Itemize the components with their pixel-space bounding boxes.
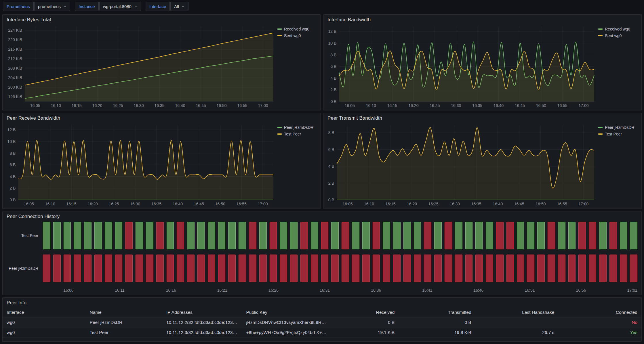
status-bar-connected[interactable]	[630, 222, 637, 249]
status-bar-connected[interactable]	[208, 222, 215, 249]
status-bar-disconnected[interactable]	[156, 255, 164, 282]
status-bar-disconnected[interactable]	[167, 255, 174, 282]
status-bar-disconnected[interactable]	[94, 255, 102, 282]
status-bar-disconnected[interactable]	[228, 255, 236, 282]
col-header-public-key[interactable]: Public Key	[242, 307, 331, 318]
status-bar-connected[interactable]	[290, 222, 298, 249]
status-bar-connected[interactable]	[167, 222, 174, 249]
status-bar-disconnected[interactable]	[239, 255, 246, 282]
status-bar-connected[interactable]	[84, 222, 92, 249]
col-header-interface[interactable]: Interface	[3, 307, 86, 318]
status-bar-disconnected[interactable]	[609, 255, 617, 282]
interface-bandwidth-chart[interactable]: 16:0516:1016:1516:2016:2516:3016:3516:40…	[326, 24, 596, 109]
status-bar-connected[interactable]	[259, 222, 267, 249]
status-bar-disconnected[interactable]	[475, 255, 483, 282]
status-bar-disconnected[interactable]	[465, 255, 473, 282]
status-bar-disconnected[interactable]	[578, 222, 586, 249]
status-bar-connected[interactable]	[43, 222, 50, 249]
status-bar-disconnected[interactable]	[270, 222, 277, 249]
status-bar-connected[interactable]	[568, 222, 576, 249]
legend-item-sent-wg0[interactable]: Sent wg0	[277, 33, 317, 38]
status-bar-disconnected[interactable]	[74, 255, 81, 282]
status-bar-disconnected[interactable]	[105, 255, 112, 282]
status-bar-disconnected[interactable]	[352, 255, 359, 282]
status-bar-disconnected[interactable]	[208, 255, 215, 282]
panel-title[interactable]: Peer Transmit Bandwidth	[323, 113, 641, 122]
status-bar-disconnected[interactable]	[259, 255, 267, 282]
legend-item-peer-jrzmdsdr[interactable]: Peer jRzmDsDR	[277, 125, 317, 130]
status-bar-disconnected[interactable]	[342, 222, 349, 249]
legend-item-peer-jrzmdsdr[interactable]: Peer jRzmDsDR	[598, 125, 638, 130]
status-bar-disconnected[interactable]	[331, 255, 339, 282]
status-bar-disconnected[interactable]	[506, 222, 514, 249]
status-bar-disconnected[interactable]	[383, 255, 390, 282]
status-bar-disconnected[interactable]	[589, 222, 596, 249]
status-bar-disconnected[interactable]	[527, 255, 534, 282]
status-bar-disconnected[interactable]	[548, 255, 555, 282]
status-bar-disconnected[interactable]	[455, 255, 462, 282]
status-bar-disconnected[interactable]	[280, 255, 287, 282]
col-header-connected[interactable]: Connected	[558, 307, 641, 318]
status-bar-disconnected[interactable]	[290, 255, 298, 282]
status-bar-connected[interactable]	[455, 222, 462, 249]
status-bar-connected[interactable]	[197, 222, 205, 249]
status-bar-connected[interactable]	[486, 222, 493, 249]
status-bar-disconnected[interactable]	[300, 255, 308, 282]
status-bar-disconnected[interactable]	[558, 255, 565, 282]
status-bar-disconnected[interactable]	[187, 255, 195, 282]
status-bar-disconnected[interactable]	[342, 255, 349, 282]
status-bar-connected[interactable]	[465, 222, 473, 249]
status-bar-disconnected[interactable]	[393, 255, 401, 282]
interface-bytes-total-chart[interactable]: 16:0516:1016:1516:2016:2516:3016:3516:40…	[5, 24, 275, 109]
status-bar-disconnected[interactable]	[424, 222, 431, 249]
status-bar-disconnected[interactable]	[373, 255, 380, 282]
col-header-ip-addresses[interactable]: IP Addresses	[162, 307, 242, 318]
status-bar-disconnected[interactable]	[599, 255, 607, 282]
status-bar-disconnected[interactable]	[506, 255, 514, 282]
panel-title[interactable]: Peer Connection History	[3, 211, 641, 221]
variable-select-prometheus[interactable]: prometheus ⌄	[34, 2, 70, 11]
legend-item-received-wg0[interactable]: Received wg0	[277, 27, 317, 31]
panel-title[interactable]: Interface Bandwidth	[323, 15, 641, 24]
status-bar-disconnected[interactable]	[321, 255, 329, 282]
status-bar-disconnected[interactable]	[424, 255, 431, 282]
status-bar-disconnected[interactable]	[136, 255, 143, 282]
status-bar-connected[interactable]	[331, 222, 339, 249]
status-bar-connected[interactable]	[239, 222, 246, 249]
status-bar-disconnected[interactable]	[548, 222, 555, 249]
status-bar-disconnected[interactable]	[537, 255, 545, 282]
variable-select-interface[interactable]: All ⌄	[170, 2, 188, 11]
status-bar-disconnected[interactable]	[115, 255, 123, 282]
status-bar-disconnected[interactable]	[630, 255, 637, 282]
col-header-transmitted[interactable]: Transmitted	[399, 307, 475, 318]
status-bar-disconnected[interactable]	[218, 255, 226, 282]
panel-title[interactable]: Interface Bytes Total	[3, 15, 321, 24]
status-bar-connected[interactable]	[218, 222, 226, 249]
status-bar-disconnected[interactable]	[270, 255, 277, 282]
status-bar-connected[interactable]	[434, 222, 442, 249]
status-bar-connected[interactable]	[383, 222, 390, 249]
status-bar-disconnected[interactable]	[434, 255, 442, 282]
col-header-name[interactable]: Name	[86, 307, 162, 318]
status-bar-connected[interactable]	[280, 222, 287, 249]
status-bar-connected[interactable]	[527, 222, 534, 249]
status-bar-disconnected[interactable]	[403, 255, 411, 282]
panel-title[interactable]: Peer Receive Bandwidth	[3, 113, 321, 122]
status-bar-disconnected[interactable]	[362, 255, 370, 282]
status-bar-disconnected[interactable]	[125, 222, 133, 249]
status-bar-connected[interactable]	[620, 222, 627, 249]
status-bar-connected[interactable]	[475, 222, 483, 249]
peer-receive-bandwidth-chart[interactable]: 16:0516:1016:1516:2016:2516:3016:3516:40…	[5, 122, 275, 207]
status-bar-disconnected[interactable]	[125, 255, 133, 282]
status-bar-disconnected[interactable]	[414, 255, 421, 282]
legend-item-test-peer[interactable]: Test Peer	[277, 132, 317, 136]
legend-item-sent-wg0[interactable]: Sent wg0	[598, 33, 638, 38]
status-bar-disconnected[interactable]	[311, 255, 318, 282]
status-bar-connected[interactable]	[136, 222, 143, 249]
status-bar-connected[interactable]	[393, 222, 401, 249]
legend-item-received-wg0[interactable]: Received wg0	[598, 27, 638, 31]
status-bar-disconnected[interactable]	[486, 255, 493, 282]
status-bar-disconnected[interactable]	[445, 255, 452, 282]
status-bar-disconnected[interactable]	[197, 255, 205, 282]
status-bar-disconnected[interactable]	[517, 255, 524, 282]
